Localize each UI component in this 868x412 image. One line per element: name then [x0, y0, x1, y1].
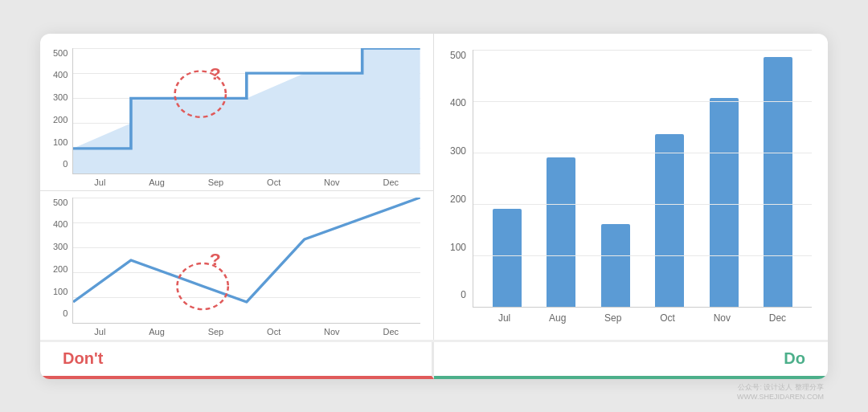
bar-aug	[547, 50, 575, 307]
top-chart-svg: ?	[73, 48, 420, 173]
right-panel: 500 400 300 200 100 0	[434, 34, 828, 340]
svg-marker-0	[73, 48, 420, 173]
bottom-chart-grid: ?	[72, 198, 420, 324]
do-label: Do	[784, 349, 805, 368]
bar-chart-grid	[473, 50, 812, 308]
dont-label: Don't	[63, 349, 103, 368]
dont-section: Don't	[40, 342, 434, 379]
bar-jul	[493, 50, 522, 307]
bar-dec	[764, 50, 792, 307]
left-panel: 500 400 300 200 100 0	[40, 34, 434, 340]
bottom-chart-svg: ?	[73, 198, 420, 323]
watermark-line2: WWW.SHEJIDAREN.COM	[737, 393, 824, 401]
watermark: 公众号: 设计达人 整理分享 WWW.SHEJIDAREN.COM	[737, 382, 824, 401]
top-chart-grid: ?	[72, 48, 420, 174]
top-chart-area: 500 400 300 200 100 0	[40, 42, 433, 190]
top-chart-y-axis: 500 400 300 200 100 0	[53, 48, 72, 187]
bar-chart-y-axis: 500 400 300 200 100 0	[450, 50, 473, 324]
bottom-chart-area: 500 400 300 200 100 0	[40, 191, 433, 340]
bar-oct	[655, 50, 684, 307]
main-container: 500 400 300 200 100 0	[40, 34, 828, 379]
bottom-chart-y-axis: 500 400 300 200 100 0	[53, 198, 72, 337]
bottom-chart-x-axis: Jul Aug Sep Oct Nov Dec	[72, 327, 420, 337]
bar-chart-body: Jul Aug Sep Oct Nov Dec	[473, 50, 812, 324]
top-chart-body: ? Jul Aug Sep Oct Nov Dec	[72, 48, 420, 187]
bar-chart-x-axis: Jul Aug Sep Oct Nov Dec	[473, 312, 812, 324]
bar-chart-container: 500 400 300 200 100 0	[450, 50, 812, 324]
charts-row: 500 400 300 200 100 0	[40, 34, 828, 342]
top-chart-x-axis: Jul Aug Sep Oct Nov Dec	[72, 177, 420, 187]
watermark-line1: 公众号: 设计达人 整理分享	[737, 382, 824, 393]
bar-nov	[710, 50, 739, 307]
bottom-bar: Don't Do	[40, 342, 828, 379]
bottom-chart-body: ? Jul Aug Sep Oct Nov Dec	[72, 198, 420, 337]
bar-sep	[601, 50, 630, 307]
do-section: Do	[434, 342, 828, 379]
